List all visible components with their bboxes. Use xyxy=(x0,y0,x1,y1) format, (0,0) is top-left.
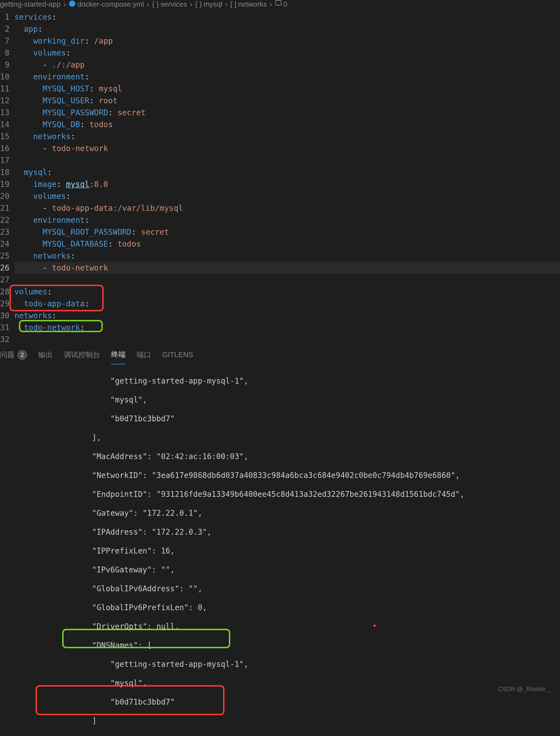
breadcrumb-index[interactable]: 0 xyxy=(283,0,287,9)
breadcrumb-project[interactable]: getting-started-app xyxy=(0,0,61,9)
svg-rect-1 xyxy=(276,0,281,5)
breadcrumb-mysql[interactable]: mysql xyxy=(204,0,223,9)
tab-gitlens[interactable]: GITLENS xyxy=(162,346,193,364)
breadcrumb-networks[interactable]: networks xyxy=(238,0,267,9)
breadcrumbs[interactable]: getting-started-app › docker-compose.yml… xyxy=(0,0,560,11)
string-icon xyxy=(275,0,282,6)
error-dot-icon: • xyxy=(372,621,377,630)
code-content[interactable]: services: app: working_dir: /app volumes… xyxy=(14,11,560,346)
tab-problems[interactable]: 问题2 xyxy=(0,346,27,364)
panel-tabs: 问题2 输出 调试控制台 终端 端口 GITLENS xyxy=(0,346,560,364)
tab-ports[interactable]: 端口 xyxy=(137,346,151,364)
bottom-panel: 问题2 输出 调试控制台 终端 端口 GITLENS "getting-star… xyxy=(0,346,560,736)
tab-debug-console[interactable]: 调试控制台 xyxy=(64,346,100,364)
breadcrumb-services[interactable]: services xyxy=(161,0,187,9)
brackets-icon: [ ] xyxy=(230,0,236,9)
terminal-output[interactable]: "getting-started-app-mysql-1", "mysql", … xyxy=(0,364,560,736)
problems-badge: 2 xyxy=(17,350,27,360)
braces-icon: { } xyxy=(195,0,202,9)
svg-point-0 xyxy=(69,1,76,7)
watermark: CSDN @_Rookie._ xyxy=(498,685,551,693)
code-editor[interactable]: 1278 9101112 13141516 17181920 21222324 … xyxy=(0,11,560,346)
chevron-right-icon: › xyxy=(225,0,228,9)
tab-output[interactable]: 输出 xyxy=(38,346,53,364)
breadcrumb-file[interactable]: docker-compose.yml xyxy=(77,0,144,9)
docker-file-icon xyxy=(69,0,76,7)
chevron-right-icon: › xyxy=(147,0,149,9)
braces-icon: { } xyxy=(152,0,159,9)
chevron-right-icon: › xyxy=(63,0,66,9)
chevron-right-icon: › xyxy=(270,0,272,9)
line-gutter: 1278 9101112 13141516 17181920 21222324 … xyxy=(0,11,14,346)
chevron-right-icon: › xyxy=(190,0,192,9)
tab-terminal[interactable]: 终端 xyxy=(111,346,126,364)
